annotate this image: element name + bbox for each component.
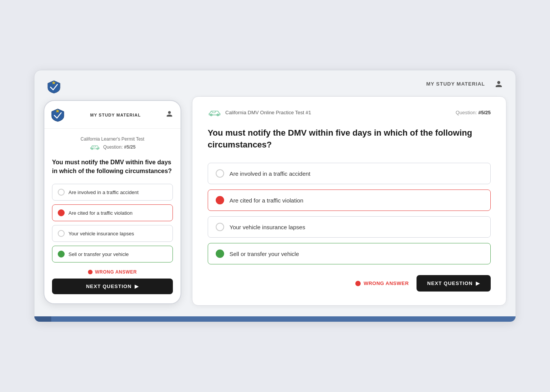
phone-test-meta: Question: #5/25 xyxy=(52,144,173,150)
desktop-card-header: California DMV Online Practice Test #1 Q… xyxy=(208,109,491,117)
desktop-radio-dot-1 xyxy=(216,169,224,178)
desktop-radio-dot-2 xyxy=(216,196,224,204)
desktop-question-num: Question: #5/25 xyxy=(456,110,491,115)
nav-user-icon[interactable] xyxy=(494,79,503,89)
desktop-wrong-dot-icon xyxy=(355,281,361,286)
desktop-answer-text-2: Are cited for a traffic violation xyxy=(229,197,303,204)
answer-text-2: Are cited for a traffic violation xyxy=(68,210,132,216)
phone-logo-icon xyxy=(50,108,65,122)
bottom-bar-accent xyxy=(34,316,51,322)
phone-test-label: California Learner's Permit Test xyxy=(52,136,173,142)
desktop-test-name: California DMV Online Practice Test #1 xyxy=(225,110,311,115)
desktop-footer: WRONG ANSWER NEXT QUESTION ▶ xyxy=(208,275,491,292)
phone-next-question-button[interactable]: NEXT QUESTION ▶ xyxy=(52,279,173,294)
radio-dot-1 xyxy=(58,189,65,196)
main-content: MY STUDY MATERIAL California Learner's P… xyxy=(44,96,506,306)
radio-dot-2 xyxy=(58,209,65,216)
phone-header-title: MY STUDY MATERIAL xyxy=(90,113,141,117)
next-arrow-icon: ▶ xyxy=(135,283,139,289)
phone-mockup: MY STUDY MATERIAL California Learner's P… xyxy=(44,100,181,304)
phone-header: MY STUDY MATERIAL xyxy=(44,101,181,129)
desktop-answer-text-4: Sell or transfer your vehicle xyxy=(229,251,299,257)
phone-question-num: Question: #5/25 xyxy=(103,144,136,150)
answer-text-3: Your vehicle insurance lapses xyxy=(68,231,134,236)
car-icon xyxy=(89,144,100,150)
desktop-next-arrow-icon: ▶ xyxy=(476,280,480,286)
answer-text-1: Are involved in a traffic accident xyxy=(68,190,138,195)
radio-dot-3 xyxy=(58,230,65,237)
desktop-next-question-button[interactable]: NEXT QUESTION ▶ xyxy=(417,275,491,292)
phone-footer: WRONG ANSWER NEXT QUESTION ▶ xyxy=(52,269,173,294)
desktop-answer-option-3[interactable]: Your vehicle insurance lapses xyxy=(208,216,491,238)
logo-icon xyxy=(47,79,61,94)
desktop-radio-dot-3 xyxy=(216,223,224,231)
desktop-test-info: California DMV Online Practice Test #1 xyxy=(208,109,311,117)
phone-question: You must notify the DMV within five days… xyxy=(52,158,173,175)
phone-body: California Learner's Permit Test Questio… xyxy=(44,129,181,303)
nav-logo-area xyxy=(47,79,61,96)
desktop-answer-text-3: Your vehicle insurance lapses xyxy=(229,224,305,230)
desktop-car-icon xyxy=(208,109,221,117)
top-nav: MY STUDY MATERIAL xyxy=(44,79,506,96)
answer-option-2[interactable]: Are cited for a traffic violation xyxy=(52,204,173,221)
outer-container: MY STUDY MATERIAL MY STUDY MATERIAL Cali… xyxy=(34,70,516,322)
answer-text-4: Sell or transfer your vehicle xyxy=(68,251,129,257)
desktop-answer-text-1: Are involved in a traffic accident xyxy=(229,170,311,177)
wrong-dot-icon xyxy=(88,270,93,274)
answer-option-3[interactable]: Your vehicle insurance lapses xyxy=(52,225,173,242)
answer-option-1[interactable]: Are involved in a traffic accident xyxy=(52,184,173,201)
radio-dot-4 xyxy=(58,251,65,258)
nav-title: MY STUDY MATERIAL xyxy=(426,81,485,87)
desktop-wrong-answer-label: WRONG ANSWER xyxy=(355,280,409,286)
bottom-bar xyxy=(34,316,516,322)
answer-option-4[interactable]: Sell or transfer your vehicle xyxy=(52,246,173,262)
desktop-answer-option-1[interactable]: Are involved in a traffic accident xyxy=(208,163,491,184)
desktop-answer-option-2[interactable]: Are cited for a traffic violation xyxy=(208,190,491,211)
phone-wrong-answer-label: WRONG ANSWER xyxy=(88,269,137,275)
desktop-answer-option-4[interactable]: Sell or transfer your vehicle xyxy=(208,243,491,264)
desktop-question: You must notify the DMV within five days… xyxy=(208,127,491,151)
desktop-card: California DMV Online Practice Test #1 Q… xyxy=(192,96,506,306)
desktop-radio-dot-4 xyxy=(216,249,224,258)
phone-user-icon[interactable] xyxy=(166,110,173,119)
